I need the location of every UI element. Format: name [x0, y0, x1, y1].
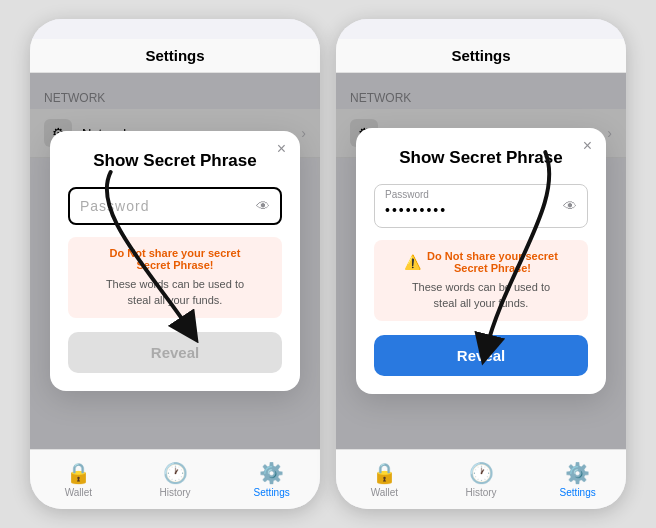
left-phone: Settings Network ⚙ Network › × Show Secr… [30, 19, 320, 509]
settings-content-left: Network ⚙ Network › × Show Secret Phrase… [30, 73, 320, 449]
password-placeholder-left: Password [80, 198, 149, 214]
settings-icon-left: ⚙️ [259, 461, 284, 485]
right-phone-screen: Settings Network ⚙ Network › × Show Secr… [336, 19, 626, 509]
history-label-left: History [159, 487, 190, 498]
warning-header-left: Do Not share your secretSecret Phrase! [110, 247, 241, 271]
modal-overlay-right: × Show Secret Phrase Password ••••••••• … [336, 73, 626, 449]
tab-settings-left[interactable]: ⚙️ Settings [223, 461, 320, 498]
warning-text-right: These words can be used tosteal all your… [412, 280, 550, 311]
nav-title-right: Settings [451, 47, 510, 64]
wallet-label-right: Wallet [371, 487, 398, 498]
tab-wallet-right[interactable]: 🔒 Wallet [336, 461, 433, 498]
tab-bar-left: 🔒 Wallet 🕐 History ⚙️ Settings [30, 449, 320, 509]
modal-left: × Show Secret Phrase Password 👁 Do Not s… [50, 131, 300, 391]
settings-content-right: Network ⚙ Network › × Show Secret Phrase… [336, 73, 626, 449]
warning-title-left: Do Not share your secretSecret Phrase! [110, 247, 241, 271]
eye-icon-left[interactable]: 👁 [256, 198, 270, 214]
warning-box-right: ⚠️ Do Not share your secretSecret Phrase… [374, 240, 588, 321]
status-bar-left [30, 19, 320, 39]
warning-box-left: Do Not share your secretSecret Phrase! T… [68, 237, 282, 318]
history-label-right: History [465, 487, 496, 498]
modal-title-right: Show Secret Phrase [374, 148, 588, 168]
main-container: Settings Network ⚙ Network › × Show Secr… [14, 3, 642, 525]
password-field-right[interactable]: Password ••••••••• 👁 [374, 184, 588, 228]
modal-overlay-left: × Show Secret Phrase Password 👁 Do Not s… [30, 73, 320, 449]
nav-bar-right: Settings [336, 39, 626, 73]
password-value-right: ••••••••• [385, 202, 447, 218]
nav-title-left: Settings [145, 47, 204, 64]
wallet-label-left: Wallet [65, 487, 92, 498]
close-button-left[interactable]: × [277, 141, 286, 157]
wallet-icon-left: 🔒 [66, 461, 91, 485]
settings-label-right: Settings [560, 487, 596, 498]
nav-bar-left: Settings [30, 39, 320, 73]
warning-header-right: ⚠️ Do Not share your secretSecret Phrase… [404, 250, 558, 274]
history-icon-left: 🕐 [163, 461, 188, 485]
password-field-label-right: Password [385, 189, 429, 200]
right-phone: Settings Network ⚙ Network › × Show Secr… [336, 19, 626, 509]
left-phone-screen: Settings Network ⚙ Network › × Show Secr… [30, 19, 320, 509]
tab-wallet-left[interactable]: 🔒 Wallet [30, 461, 127, 498]
tab-history-right[interactable]: 🕐 History [433, 461, 530, 498]
tab-history-left[interactable]: 🕐 History [127, 461, 224, 498]
tab-bar-right: 🔒 Wallet 🕐 History ⚙️ Settings [336, 449, 626, 509]
password-field-left[interactable]: Password 👁 [68, 187, 282, 225]
history-icon-right: 🕐 [469, 461, 494, 485]
warning-icon-right: ⚠️ [404, 254, 421, 270]
close-button-right[interactable]: × [583, 138, 592, 154]
settings-icon-right: ⚙️ [565, 461, 590, 485]
modal-title-left: Show Secret Phrase [68, 151, 282, 171]
settings-label-left: Settings [254, 487, 290, 498]
reveal-button-right[interactable]: Reveal [374, 335, 588, 376]
warning-text-left: These words can be used tosteal all your… [106, 277, 244, 308]
status-bar-right [336, 19, 626, 39]
warning-title-right: Do Not share your secretSecret Phrase! [427, 250, 558, 274]
reveal-button-left[interactable]: Reveal [68, 332, 282, 373]
tab-settings-right[interactable]: ⚙️ Settings [529, 461, 626, 498]
wallet-icon-right: 🔒 [372, 461, 397, 485]
eye-icon-right[interactable]: 👁 [563, 198, 577, 214]
modal-right: × Show Secret Phrase Password ••••••••• … [356, 128, 606, 394]
